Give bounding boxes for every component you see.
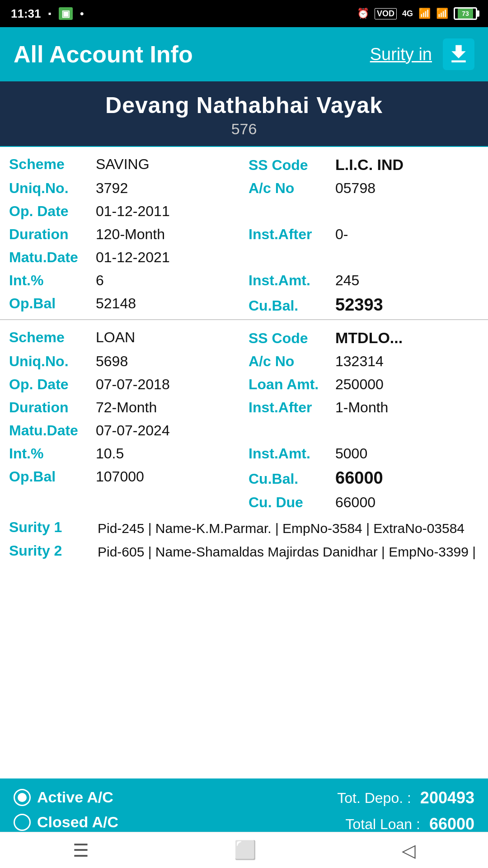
surity1-row: Surity 1 Pid-245 | Name-K.M.Parmar. | Em… <box>9 519 479 538</box>
loan-sscode-value: MTDLO... <box>335 329 403 347</box>
status-bar-right: ⏰ VOD 4G 📶 📶 73 <box>357 7 477 20</box>
saving-section: Scheme SAVING SS Code L.I.C. IND Uniq.No… <box>0 147 488 320</box>
loan-sscode-row: SS Code MTDLO... <box>249 329 479 347</box>
loan-cubal-label: Cu.Bal. <box>249 471 330 487</box>
loan-acno-label: A/c No <box>249 353 330 370</box>
int-label: Int.% <box>9 272 90 289</box>
uniqno-row-left: Uniq.No. 3792 <box>9 180 239 197</box>
closed-ac-radio-group[interactable]: Closed A/C <box>14 813 118 831</box>
uniqno-label: Uniq.No. <box>9 180 90 197</box>
tot-depo-label: Tot. Depo. : <box>337 790 411 807</box>
network-4g: 4G <box>402 9 413 19</box>
matudate-row: Matu.Date 01-12-2021 <box>9 249 239 266</box>
loan-cubal-row: Cu.Bal. 66000 <box>249 468 479 488</box>
account-name: Devang Nathabhai Vayak <box>9 92 479 118</box>
download-button[interactable] <box>443 38 474 70</box>
sscode-value: L.I.C. IND <box>335 156 404 174</box>
header-actions: Surity in <box>370 38 474 70</box>
back-nav-icon[interactable]: ◁ <box>402 840 416 861</box>
cubal-label: Cu.Bal. <box>249 297 330 314</box>
duration-row: Duration 120-Month <box>9 226 239 243</box>
signal-icon-2: 📶 <box>436 8 448 19</box>
alarm-icon: ⏰ <box>357 8 369 19</box>
total-loan-value: 66000 <box>429 815 474 834</box>
loan-amt-value: 250000 <box>335 376 384 393</box>
acno-value: 05798 <box>335 180 375 197</box>
loan-opbal-value: 107000 <box>96 468 144 485</box>
scheme-value: SAVING <box>96 156 150 173</box>
instafter-label: Inst.After <box>249 226 330 243</box>
status-bar: 11:31 ▪ ▣ ● ⏰ VOD 4G 📶 📶 73 <box>0 0 488 27</box>
loan-uniqno-label: Uniq.No. <box>9 353 90 370</box>
time-display: 11:31 <box>11 7 41 21</box>
instafter-row: Inst.After 0- <box>249 226 479 243</box>
loan-opdate-label: Op. Date <box>9 376 90 393</box>
acno-label: A/c No <box>249 180 330 197</box>
surity1-label: Surity 1 <box>9 519 90 536</box>
int-row: Int.% 6 <box>9 272 239 289</box>
duration-value: 120-Month <box>96 226 165 243</box>
status-icon-3: ● <box>80 9 84 18</box>
download-icon <box>446 42 471 66</box>
nav-bar: ☰ ⬜ ◁ <box>0 832 488 868</box>
page-title: All Account Info <box>14 41 193 68</box>
surity-in-link[interactable]: Surity in <box>370 45 432 64</box>
battery-level: 73 <box>462 10 469 17</box>
scheme-label: Scheme <box>9 156 90 173</box>
loan-instafter-value: 1-Month <box>335 399 388 416</box>
loan-opbal-label: Op.Bal <box>9 468 90 485</box>
tot-depo-row: Tot. Depo. : 200493 <box>337 788 474 807</box>
tot-depo-value: 200493 <box>420 788 474 807</box>
loan-int-label: Int.% <box>9 445 90 462</box>
status-bar-left: 11:31 ▪ ▣ ● <box>11 7 84 21</box>
home-nav-icon[interactable]: ⬜ <box>234 840 257 861</box>
scheme-row-left: Scheme SAVING <box>9 156 239 174</box>
uniqno-value: 3792 <box>96 180 128 197</box>
loan-cudue-label: Cu. Due <box>249 494 330 511</box>
opdate-value: 01-12-2011 <box>96 203 170 220</box>
active-ac-radio-group[interactable]: Active A/C <box>14 788 118 806</box>
cubal-value: 52393 <box>335 295 383 315</box>
loan-instafter-row: Inst.After 1-Month <box>249 399 479 416</box>
opdate-row: Op. Date 01-12-2011 <box>9 203 239 220</box>
loan-scheme-row: Scheme LOAN <box>9 329 239 347</box>
menu-nav-icon[interactable]: ☰ <box>73 840 89 861</box>
opbal-row: Op.Bal 52148 <box>9 295 239 315</box>
opbal-label: Op.Bal <box>9 295 90 312</box>
loan-opbal-row: Op.Bal 107000 <box>9 468 239 488</box>
instamt-row: Inst.Amt. 245 <box>249 272 479 289</box>
loan-matudate-value: 07-07-2024 <box>96 422 170 439</box>
int-value: 6 <box>96 272 104 289</box>
loan-sscode-label: SS Code <box>249 330 330 347</box>
loan-int-value: 10.5 <box>96 445 124 462</box>
closed-ac-label: Closed A/C <box>37 813 118 831</box>
loan-uniqno-value: 5698 <box>96 353 128 370</box>
loan-int-row: Int.% 10.5 <box>9 445 239 462</box>
loan-scheme-label: Scheme <box>9 329 90 346</box>
active-ac-radio[interactable] <box>14 789 31 806</box>
surity2-row: Surity 2 Pid-605 | Name-Shamaldas Majird… <box>9 542 479 561</box>
closed-ac-radio[interactable] <box>14 814 31 831</box>
acno-row-right: A/c No 05798 <box>249 180 479 197</box>
battery-icon: 73 <box>454 7 477 20</box>
vod-badge: VOD <box>375 8 397 19</box>
account-id: 576 <box>9 120 479 138</box>
loan-instamt-row: Inst.Amt. 5000 <box>249 445 479 462</box>
total-loan-row: Total Loan : 66000 <box>345 815 474 834</box>
loan-section: Scheme LOAN SS Code MTDLO... Uniq.No. 56… <box>0 320 488 566</box>
sscode-label: SS Code <box>249 157 330 174</box>
loan-amt-row: Loan Amt. 250000 <box>249 376 479 393</box>
loan-duration-value: 72-Month <box>96 399 157 416</box>
loan-amt-label: Loan Amt. <box>249 376 330 393</box>
loan-opdate-value: 07-07-2018 <box>96 376 170 393</box>
loan-duration-label: Duration <box>9 399 90 416</box>
loan-matudate-row: Matu.Date 07-07-2024 <box>9 422 239 439</box>
loan-scheme-value: LOAN <box>96 329 135 346</box>
surity2-label: Surity 2 <box>9 542 90 559</box>
account-header: Devang Nathabhai Vayak 576 <box>0 81 488 147</box>
loan-acno-value: 132314 <box>335 353 384 370</box>
total-loan-label: Total Loan : <box>345 816 420 833</box>
loan-cubal-value: 66000 <box>335 468 383 488</box>
loan-uniqno-row: Uniq.No. 5698 <box>9 353 239 370</box>
instafter-value: 0- <box>335 226 348 243</box>
